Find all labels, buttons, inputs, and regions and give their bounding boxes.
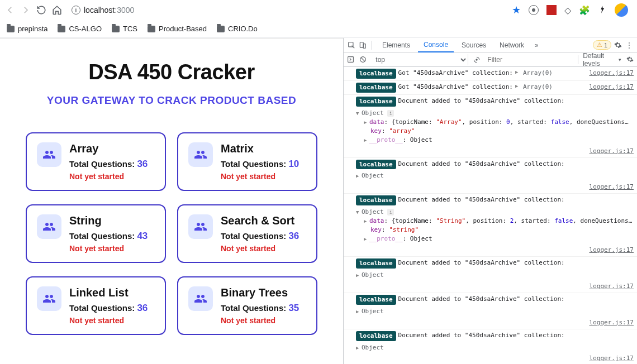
ext-icon-4[interactable]	[598, 5, 607, 16]
topic-meta: Total Questions: 10	[221, 159, 306, 170]
bookmark-crio[interactable]: CRIO.Do	[217, 25, 258, 33]
localbase-badge: localbase	[356, 195, 396, 205]
topic-name: Linked List	[69, 286, 155, 299]
page-title: DSA 450 Cracker	[26, 60, 317, 84]
topic-name: String	[69, 214, 155, 227]
console-row[interactable]: localbase Document added to "450dsaArchi…	[344, 329, 637, 364]
topic-card[interactable]: Matrix Total Questions: 10 Not yet start…	[177, 132, 317, 191]
bookmark-product-based[interactable]: Product-Based	[148, 25, 207, 33]
page-subtitle: YOUR GATEWAY TO CRACK PRODUCT BASED	[26, 94, 317, 107]
console-row[interactable]: localbase Document added to "450dsaArchi…	[344, 95, 637, 158]
filter-input[interactable]	[485, 55, 573, 65]
back-button[interactable]	[4, 4, 16, 16]
tab-console[interactable]: Console	[418, 38, 454, 52]
topic-status: Not yet started	[69, 316, 155, 325]
source-link[interactable]: logger.js:17	[590, 183, 634, 191]
inspect-icon[interactable]	[347, 41, 356, 50]
bookmarks-bar: prepinsta CS-ALGO TCS Product-Based CRIO…	[0, 20, 637, 38]
topic-name: Array	[69, 142, 155, 155]
kebab-menu-icon[interactable]: ⋮	[625, 41, 634, 50]
console-settings-icon[interactable]	[626, 55, 634, 64]
toolbar-right: ★ ◇ 🧩	[512, 3, 628, 17]
localbase-badge: localbase	[356, 97, 396, 107]
profile-avatar[interactable]	[615, 3, 628, 17]
ext-icon-2[interactable]	[546, 5, 557, 15]
folder-icon	[217, 26, 225, 32]
devtools-tab-bar: Elements Console Sources Network » 1 ⋮	[344, 38, 637, 52]
console-row[interactable]: localbase Got "450dsaArchive" collection…	[344, 67, 637, 81]
topic-status: Not yet started	[221, 316, 306, 325]
topic-card[interactable]: Linked List Total Questions: 36 Not yet …	[26, 276, 166, 335]
console-row[interactable]: localbase Got "450dsaArchive" collection…	[344, 81, 637, 95]
console-row[interactable]: localbase Document added to "450dsaArchi…	[344, 194, 637, 257]
topic-meta: Total Questions: 35	[221, 303, 306, 314]
folder-icon	[7, 26, 15, 32]
source-link[interactable]: logger.js:17	[590, 246, 634, 255]
bookmark-cs-algo[interactable]: CS-ALGO	[58, 25, 102, 33]
context-selector[interactable]: top	[371, 54, 468, 65]
svg-point-5	[476, 59, 478, 61]
settings-icon[interactable]	[614, 41, 622, 50]
source-link[interactable]: logger.js:17	[590, 354, 634, 363]
tabs-overflow-icon[interactable]: »	[532, 41, 541, 50]
source-link[interactable]: logger.js:17	[590, 69, 634, 78]
users-icon	[188, 286, 213, 311]
device-toggle-icon[interactable]	[358, 41, 367, 50]
extensions-icon[interactable]: 🧩	[579, 5, 590, 16]
localbase-badge: localbase	[356, 160, 396, 170]
tab-sources[interactable]: Sources	[456, 38, 492, 52]
site-info-icon[interactable]: i	[72, 6, 80, 15]
users-icon	[37, 286, 61, 311]
reload-button[interactable]	[36, 4, 47, 16]
topic-name: Matrix	[221, 142, 306, 155]
topic-meta: Total Questions: 36	[221, 231, 306, 242]
users-icon	[37, 214, 61, 239]
topic-cards-grid: Array Total Questions: 36 Not yet starte…	[26, 132, 317, 335]
tab-elements[interactable]: Elements	[377, 38, 416, 52]
bookmark-prepinsta[interactable]: prepinsta	[7, 25, 47, 33]
topic-card[interactable]: Binary Trees Total Questions: 35 Not yet…	[177, 276, 317, 335]
svg-rect-1	[360, 42, 363, 47]
source-link[interactable]: logger.js:17	[590, 282, 634, 291]
forward-button[interactable]	[20, 4, 31, 16]
ext-icon-3[interactable]: ◇	[564, 5, 571, 16]
bookmark-tcs[interactable]: TCS	[112, 25, 137, 33]
console-sidebar-toggle-icon[interactable]	[347, 55, 355, 64]
localbase-badge: localbase	[356, 258, 396, 269]
folder-icon	[112, 26, 120, 32]
console-row[interactable]: localbase Document added to "450dsaArchi…	[344, 158, 637, 194]
folder-icon	[148, 26, 155, 32]
topic-card[interactable]: String Total Questions: 43 Not yet start…	[26, 204, 166, 263]
log-levels-selector[interactable]: Default levels	[583, 52, 621, 68]
home-button[interactable]	[51, 4, 63, 16]
localbase-badge: localbase	[356, 331, 396, 341]
tab-network[interactable]: Network	[494, 38, 530, 52]
topic-name: Search & Sort	[221, 214, 306, 227]
topic-card[interactable]: Array Total Questions: 36 Not yet starte…	[26, 132, 166, 191]
console-row[interactable]: localbase Document added to "450dsaArchi…	[344, 257, 637, 293]
page-content: DSA 450 Cracker YOUR GATEWAY TO CRACK PR…	[0, 38, 343, 364]
bookmark-star-icon[interactable]: ★	[512, 4, 521, 16]
warning-badge[interactable]: 1	[593, 40, 611, 50]
topic-status: Not yet started	[221, 244, 306, 253]
address-bar[interactable]: i localhost:3000	[72, 6, 507, 15]
topic-card[interactable]: Search & Sort Total Questions: 36 Not ye…	[177, 204, 317, 263]
console-row[interactable]: localbase Document added to "450dsaArchi…	[344, 293, 637, 329]
source-link[interactable]: logger.js:17	[590, 147, 634, 156]
topic-status: Not yet started	[221, 172, 306, 181]
users-icon	[188, 214, 213, 239]
topic-status: Not yet started	[69, 172, 155, 181]
source-link[interactable]: logger.js:17	[590, 83, 634, 92]
topic-meta: Total Questions: 43	[69, 231, 155, 242]
source-link[interactable]: logger.js:17	[590, 318, 634, 327]
folder-icon	[58, 26, 65, 32]
devtools-panel: Elements Console Sources Network » 1 ⋮ t…	[343, 38, 637, 364]
localbase-badge: localbase	[356, 295, 396, 305]
users-icon	[37, 142, 61, 167]
url-text: localhost:3000	[84, 6, 134, 15]
live-expression-icon[interactable]	[473, 55, 481, 64]
clear-console-icon[interactable]	[359, 55, 367, 64]
console-log-list[interactable]: localbase Got "450dsaArchive" collection…	[344, 67, 637, 364]
browser-toolbar: i localhost:3000 ★ ◇ 🧩	[0, 0, 637, 20]
ext-icon-1[interactable]	[529, 5, 539, 15]
